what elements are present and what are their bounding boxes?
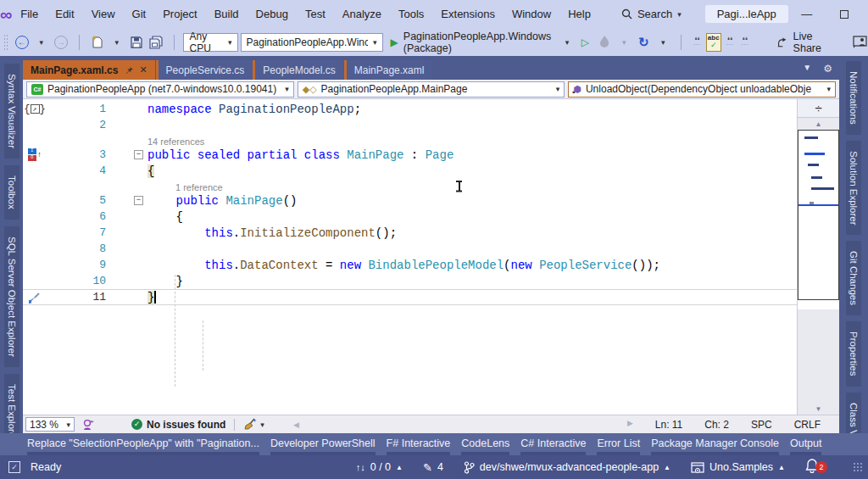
startup-project-combo[interactable]: PaginationPeopleApp.Winc▾ xyxy=(241,33,383,52)
code-cleanup-button[interactable]: ▾ xyxy=(243,418,264,431)
background-tasks-icon[interactable]: ✓ xyxy=(8,461,20,473)
minimize-button[interactable]: — xyxy=(788,2,826,27)
close-button[interactable]: ✕ xyxy=(863,2,868,27)
code-line-11[interactable]: 11} xyxy=(23,289,797,305)
menu-item-tools[interactable]: Tools xyxy=(390,8,432,20)
error-warning-counter[interactable]: ↑↓ 0 / 0 ▲ xyxy=(356,461,403,473)
minimap-track[interactable] xyxy=(798,130,839,403)
new-item-caret[interactable]: ▾ xyxy=(108,32,125,53)
code-line-3[interactable]: IO↑3−public sealed partial class MainPag… xyxy=(23,147,797,163)
bottom-tab-output[interactable]: Output xyxy=(790,433,822,455)
code-line-8[interactable]: 8 xyxy=(23,241,797,257)
start-debugging-button[interactable]: ▶ PaginationPeopleApp.Windows (Package) … xyxy=(386,32,575,53)
column-indicator[interactable]: Ch: 2 xyxy=(704,419,729,431)
menu-item-analyze[interactable]: Analyze xyxy=(334,8,390,20)
bottom-tab-replace-selectionpeopleapp-with-paginati[interactable]: Replace "SelectionPeopleApp" with "Pagin… xyxy=(27,433,259,455)
search-control[interactable]: Search ▾ xyxy=(613,8,690,20)
tab-list-caret-icon[interactable]: ▼ xyxy=(803,63,811,75)
hscroll-left-arrow[interactable]: ◀ xyxy=(293,421,299,429)
sidebar-item-properties[interactable]: Properties xyxy=(846,321,861,386)
menu-item-extensions[interactable]: Extensions xyxy=(432,8,504,20)
code-line-6[interactable]: 6{ xyxy=(23,209,797,225)
bottom-tab-error-list[interactable]: Error List xyxy=(597,433,640,455)
zoom-level-combo[interactable]: 133 % ▾ xyxy=(25,417,75,432)
solution-configuration-combo[interactable]: Any CPU▾ xyxy=(183,33,237,52)
sidebar-item-syntax-visualizer[interactable]: Syntax Visualizer xyxy=(4,64,19,159)
tab-peopleservice-cs[interactable]: PeopleService.cs xyxy=(156,60,253,80)
spell-checker-toggle[interactable]: abc✓ xyxy=(706,33,721,52)
start-without-debugging-button[interactable]: ▷ xyxy=(576,32,593,53)
code-line-7[interactable]: 7this.InitializeComponent(); xyxy=(23,225,797,241)
project-dropdown[interactable]: C# PaginationPeopleApp (net7.0-windows10… xyxy=(26,81,294,97)
fold-margin[interactable]: − xyxy=(106,147,147,163)
tab-mainpage-xaml-cs[interactable]: MainPage.xaml.cs📌︎✕ xyxy=(23,60,155,80)
collapse-fold-icon[interactable]: − xyxy=(134,150,143,159)
scroll-down-arrow[interactable]: ▼ xyxy=(798,403,839,415)
bottom-tab-f-interactive[interactable]: F# Interactive xyxy=(387,433,451,455)
editor-markers-icon-1[interactable]: ❛❛⋯ xyxy=(691,34,704,51)
sidebar-item-toolbox[interactable]: Toolbox xyxy=(4,165,19,220)
bottom-tab-package-manager-console[interactable]: Package Manager Console xyxy=(651,433,779,455)
code-line-5[interactable]: 5−public MainPage() xyxy=(23,192,797,209)
save-button[interactable] xyxy=(128,32,145,53)
editor-split-handle[interactable]: ÷ xyxy=(798,99,839,118)
line-indicator[interactable]: Ln: 11 xyxy=(655,419,682,431)
bottom-tab-c-interactive[interactable]: C# Interactive xyxy=(520,433,586,455)
menu-item-project[interactable]: Project xyxy=(154,8,205,20)
code-line-9[interactable]: 9this.DataContext = new BindablePeopleMo… xyxy=(23,257,797,273)
hscroll-right-arrow[interactable]: ▶ xyxy=(627,419,633,431)
code-line-4[interactable]: 4{ xyxy=(23,163,797,179)
tab-settings-gear-icon[interactable]: ⚙ xyxy=(823,63,832,75)
inheritance-margin-icon[interactable]: IO↑ xyxy=(23,148,47,161)
scrollbar-minimap-column[interactable]: ÷ ▲ ▼ xyxy=(797,99,839,415)
new-item-button[interactable] xyxy=(89,32,106,53)
menu-item-build[interactable]: Build xyxy=(206,8,248,20)
menu-item-debug[interactable]: Debug xyxy=(248,8,297,20)
codelens-text[interactable]: 14 references xyxy=(147,136,204,147)
menu-item-test[interactable]: Test xyxy=(297,8,334,20)
solution-title-badge[interactable]: Pagi...leApp xyxy=(705,5,788,23)
intellicode-icon[interactable] xyxy=(81,419,94,431)
toolbar-drag-handle[interactable] xyxy=(3,34,8,51)
editor-markers-icon-2[interactable]: ❛❛⋯ xyxy=(724,34,737,51)
code-editor[interactable]: {↗}1namespace PaginationPeopleApp;214 re… xyxy=(23,99,797,415)
menu-item-help[interactable]: Help xyxy=(559,8,599,20)
sidebar-item-solution-explorer[interactable]: Solution Explorer xyxy=(846,141,861,236)
code-line-1[interactable]: {↗}1namespace PaginationPeopleApp; xyxy=(23,101,797,117)
pending-changes-indicator[interactable]: ✎ 4 xyxy=(423,461,443,474)
close-tab-icon[interactable]: ✕ xyxy=(139,64,147,75)
minimap-viewport-box[interactable] xyxy=(798,130,839,300)
sidebar-item-git-changes[interactable]: Git Changes xyxy=(846,241,861,315)
line-ending-indicator[interactable]: CRLF xyxy=(794,419,821,431)
editor-markers-icon-3[interactable]: ❛❛⋯ xyxy=(738,34,751,51)
save-all-button[interactable] xyxy=(147,32,164,53)
sidebar-item-sql-server-object-explorer[interactable]: SQL Server Object Explorer xyxy=(4,226,19,367)
codelens-text[interactable]: 1 reference xyxy=(175,182,223,192)
bottom-tab-developer-powershell[interactable]: Developer PowerShell xyxy=(270,433,376,455)
feedback-button[interactable] xyxy=(851,32,868,53)
health-indicator[interactable]: ✓ No issues found xyxy=(131,419,225,431)
member-dropdown[interactable]: ⬢🔒︎ UnloadObject(DependencyObject unload… xyxy=(568,81,836,97)
restart-button[interactable]: ↻ xyxy=(635,32,652,53)
collapse-fold-icon[interactable]: − xyxy=(134,196,143,205)
menu-item-git[interactable]: Git xyxy=(124,8,155,20)
hot-reload-button[interactable] xyxy=(596,32,613,53)
restart-caret[interactable]: ▾ xyxy=(654,32,671,53)
maximize-button[interactable] xyxy=(826,2,863,27)
repository-picker[interactable]: Uno.Samples ▲ xyxy=(691,461,785,474)
navigate-back-caret[interactable]: ▾ xyxy=(33,32,50,53)
bottom-tab-codelens[interactable]: CodeLens xyxy=(461,433,509,455)
code-line-10[interactable]: 10} xyxy=(23,273,797,289)
sidebar-item-notifications[interactable]: Notifications xyxy=(846,61,861,135)
menu-item-window[interactable]: Window xyxy=(504,8,559,20)
navigate-forward-button[interactable]: → xyxy=(53,32,70,53)
scroll-up-arrow[interactable]: ▲ xyxy=(798,118,839,130)
indent-mode-indicator[interactable]: SPC xyxy=(751,419,772,431)
resize-grip[interactable] xyxy=(853,462,863,472)
tab-peoplemodel-cs[interactable]: PeopleModel.cs xyxy=(253,60,342,80)
fold-margin[interactable]: − xyxy=(106,192,147,209)
notifications-button[interactable]: 2 xyxy=(805,459,824,476)
menu-item-view[interactable]: View xyxy=(83,8,124,20)
live-share-button[interactable]: Live Share xyxy=(777,31,833,54)
menu-item-edit[interactable]: Edit xyxy=(47,8,82,20)
